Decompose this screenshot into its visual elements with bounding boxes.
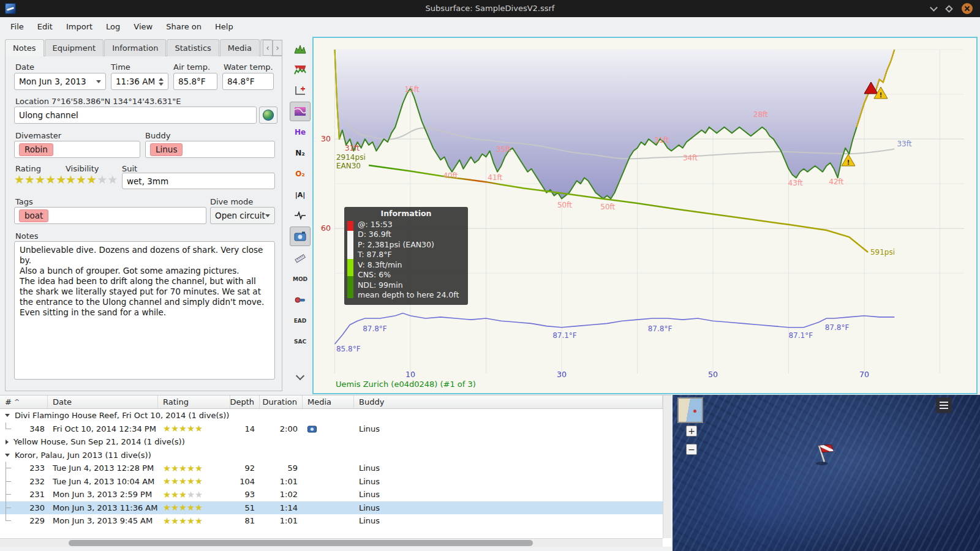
tab-media[interactable]: Media [220, 39, 260, 56]
water-temp-field[interactable]: 84.8°F [222, 73, 274, 90]
dive-rating-stars: ★★★★★ [163, 517, 203, 525]
increments-toggle-icon[interactable] [290, 81, 311, 100]
sac-icon[interactable]: SAC [290, 332, 311, 351]
air-graph-icon[interactable]: |A| [290, 185, 311, 204]
globe-button[interactable] [259, 107, 277, 124]
nitrogen-graph-icon[interactable]: N₂ [290, 143, 311, 163]
dive-depth: 81 [230, 514, 260, 528]
dive-flag-marker[interactable] [809, 440, 837, 468]
ceiling-toggle-icon[interactable] [290, 60, 311, 80]
heart-rate-icon[interactable] [290, 206, 311, 225]
column-header-buddy[interactable]: Buddy [354, 395, 663, 408]
menu-import[interactable]: Import [59, 20, 99, 34]
menubar: FileEditImportLogViewShare onHelp [0, 17, 980, 36]
tab-scroll-left-icon[interactable]: ‹ [263, 40, 273, 56]
column-header-depth[interactable]: Depth [230, 395, 260, 408]
divemaster-field[interactable]: Robin [14, 141, 140, 158]
dive-row[interactable]: 229Mon Jun 3, 2013 9:45 AM★★★★★811:01Lin… [0, 514, 663, 528]
spin-down-icon[interactable] [159, 83, 164, 86]
air-temp-field[interactable]: 85.8°F [173, 73, 217, 90]
trip-row[interactable]: Divi Flamingo House Reef, Fri Oct 10, 20… [0, 409, 663, 422]
mod-icon[interactable]: MOD [290, 269, 311, 289]
tab-equipment[interactable]: Equipment [45, 39, 104, 56]
visibility-stars[interactable]: ★★★★★ [66, 174, 118, 186]
dive-date: Mon Jun 3, 2013 2:59 PM [48, 488, 158, 501]
trip-row[interactable]: Koror, Palau, Jun 2013 (11 dive(s)) [0, 449, 663, 462]
helium-graph-icon[interactable]: He [290, 122, 311, 142]
zoom-in-button[interactable]: + [686, 425, 697, 437]
tree-branch [6, 422, 15, 436]
expander-icon[interactable] [5, 414, 10, 417]
dive-duration: 2:00 [260, 422, 303, 436]
menu-file[interactable]: File [4, 20, 31, 34]
tab-statistics[interactable]: Statistics [167, 39, 219, 56]
zoom-out-button[interactable]: − [686, 444, 697, 455]
horizontal-scrollbar[interactable] [0, 538, 663, 547]
rating-stars[interactable]: ★★★★★ [14, 174, 66, 186]
menu-view[interactable]: View [127, 20, 159, 34]
ruler-icon[interactable] [290, 249, 311, 268]
dive-media [303, 462, 354, 475]
dive-row[interactable]: 233Tue Jun 4, 2013 12:28 PM★★★★★9259Linu… [0, 462, 663, 475]
dive-depth: 93 [230, 488, 260, 501]
star-icon: ★ [171, 464, 179, 473]
time-spinner[interactable]: 11:36 AM [111, 73, 168, 90]
dive-row[interactable]: 348Fri Oct 10, 2014 12:34 PM★★★★★142:00L… [0, 422, 663, 436]
buddy-field[interactable]: Linus [145, 141, 275, 158]
tab-notes[interactable]: Notes [5, 39, 44, 56]
profile-annotation: 2914psi [336, 153, 366, 162]
photos-toggle-icon[interactable] [290, 227, 311, 246]
minimize-button[interactable] [930, 4, 938, 12]
dive-number: 231 [15, 490, 45, 499]
spin-up-icon[interactable] [159, 78, 164, 81]
titlebar[interactable]: Subsurface: SampleDivesV2.ssrf [0, 0, 980, 17]
star-icon: ★ [179, 490, 187, 499]
expander-icon[interactable] [5, 454, 10, 457]
notes-textarea[interactable]: Unbelievable dive. Dozens and dozens of … [14, 241, 275, 380]
profile-annotation: 34ft [683, 154, 698, 162]
dive-profile-panel[interactable]: !! 31ft2914psiEAN3015ft40ft41ft35ft50ft5… [312, 37, 978, 394]
trip-row[interactable]: Yellow House, Sun Sep 21, 2014 (1 dive(s… [0, 435, 663, 449]
map-menu-button[interactable] [936, 397, 952, 413]
tissue-heatmap-icon[interactable] [290, 102, 311, 121]
column-header-duration[interactable]: Duration [260, 395, 303, 408]
menu-share-on[interactable]: Share on [159, 20, 208, 34]
location-input[interactable]: Ulong channel [14, 107, 257, 124]
maximize-button[interactable] [945, 5, 953, 13]
star-icon: ★ [179, 477, 187, 485]
menu-edit[interactable]: Edit [31, 20, 59, 34]
dive-mode-label: Dive mode [210, 197, 253, 206]
dive-mode-select[interactable]: Open circuit [210, 207, 275, 224]
time-axis-tick: 70 [859, 370, 869, 379]
column-header-num[interactable]: #^ [0, 395, 48, 408]
expander-icon[interactable] [6, 440, 9, 444]
date-select[interactable]: Mon Jun 3, 2013 [14, 73, 106, 90]
dive-duration: 59 [260, 462, 303, 475]
scrollbar-thumb[interactable] [69, 540, 533, 546]
ead-icon[interactable]: EAD [290, 311, 311, 331]
dive-row[interactable]: 230Mon Jun 3, 2013 11:36 AM★★★★★511:14Li… [0, 501, 663, 515]
collapse-profile-icon[interactable] [290, 367, 311, 387]
tab-information[interactable]: Information [104, 39, 166, 56]
overview-map-inset[interactable] [677, 397, 703, 423]
notes-label: Notes [15, 231, 39, 241]
dive-row[interactable]: 231Mon Jun 3, 2013 2:59 PM★★★★★931:02Lin… [0, 488, 663, 501]
column-header-date[interactable]: Date [48, 395, 158, 408]
tags-field[interactable]: boat [14, 207, 206, 224]
tab-scroll-right-icon[interactable]: › [273, 40, 282, 56]
depth-axis-tick: 30 [321, 134, 331, 143]
profile-toggle-icon[interactable] [290, 39, 311, 59]
suit-field[interactable]: wet, 3mm [122, 173, 275, 189]
profile-annotation: 31ft [345, 144, 360, 152]
scooter-icon[interactable] [290, 290, 311, 310]
dive-site-map[interactable]: + − [673, 395, 980, 551]
dive-row[interactable]: 232Tue Jun 4, 2013 10:04 AM★★★★★1041:01L… [0, 475, 663, 489]
menu-log[interactable]: Log [99, 20, 127, 34]
oxygen-graph-icon[interactable]: O₂ [290, 164, 311, 184]
profile-annotation: 87.1°F [788, 331, 813, 340]
close-button[interactable] [962, 3, 973, 14]
column-header-media[interactable]: Media [303, 395, 354, 408]
column-header-rating[interactable]: Rating [158, 395, 230, 408]
menu-help[interactable]: Help [208, 20, 240, 34]
vertical-scrollbar[interactable] [663, 395, 671, 538]
